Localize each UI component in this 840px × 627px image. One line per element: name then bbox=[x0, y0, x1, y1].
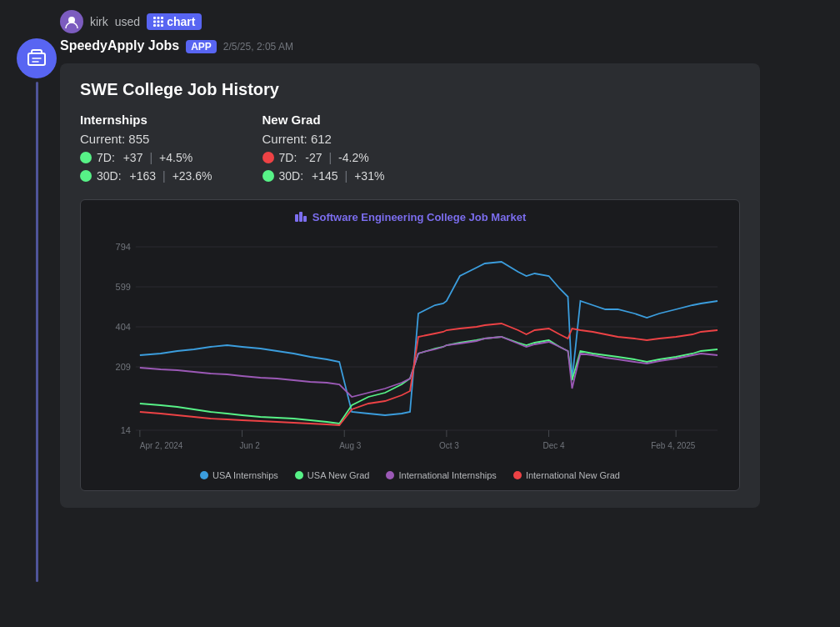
line-chart: 794 599 404 209 14 Apr 2, 2024 Jun 2 Aug… bbox=[94, 230, 726, 464]
svg-rect-6 bbox=[161, 21, 163, 23]
chart-title-row: Software Engineering College Job Market bbox=[94, 210, 726, 223]
svg-text:Aug 3: Aug 3 bbox=[339, 441, 361, 450]
newgrad-30d: 30D: +145 | +31% bbox=[262, 169, 385, 183]
legend-usa-newgrad: USA New Grad bbox=[295, 470, 370, 480]
app-icon bbox=[17, 38, 57, 78]
tool-name: chart bbox=[167, 15, 195, 28]
svg-rect-10 bbox=[28, 53, 45, 65]
svg-rect-7 bbox=[153, 24, 156, 27]
card-title: SWE College Job History bbox=[80, 80, 740, 99]
newgrad-7d-dot bbox=[262, 152, 274, 163]
job-history-card: SWE College Job History Internships Curr… bbox=[60, 63, 760, 508]
legend-dot-intl-internships bbox=[386, 471, 394, 479]
svg-rect-9 bbox=[161, 24, 163, 27]
legend-intl-newgrad: International New Grad bbox=[513, 470, 620, 480]
app-name: SpeedyApply Jobs bbox=[60, 38, 179, 53]
legend-usa-internships: USA Internships bbox=[200, 470, 278, 480]
svg-rect-1 bbox=[153, 17, 156, 19]
newgrad-current: Current: 612 bbox=[262, 132, 385, 146]
chart-title: Software Engineering College Job Market bbox=[312, 211, 526, 223]
newgrad-label: New Grad bbox=[262, 113, 385, 127]
timeline-line bbox=[36, 82, 38, 582]
svg-rect-5 bbox=[158, 21, 160, 23]
chart-icon bbox=[294, 210, 308, 223]
svg-rect-3 bbox=[161, 17, 163, 19]
message-timestamp: 2/5/25, 2:05 AM bbox=[223, 41, 293, 53]
legend-dot-usa-internships bbox=[200, 471, 208, 479]
svg-text:794: 794 bbox=[116, 242, 131, 252]
internships-label: Internships bbox=[80, 113, 212, 127]
tool-badge: chart bbox=[147, 13, 202, 30]
internships-current: Current: 855 bbox=[80, 132, 212, 146]
svg-text:Apr 2, 2024: Apr 2, 2024 bbox=[140, 441, 183, 450]
internships-30d: 30D: +163 | +23.6% bbox=[80, 169, 212, 183]
newgrad-7d: 7D: -27 | -4.2% bbox=[262, 151, 385, 164]
svg-rect-2 bbox=[158, 17, 160, 19]
tool-use-action: used bbox=[115, 15, 140, 28]
svg-rect-14 bbox=[299, 212, 302, 222]
svg-text:599: 599 bbox=[116, 282, 131, 292]
svg-text:Oct 3: Oct 3 bbox=[439, 441, 459, 450]
user-avatar bbox=[60, 10, 83, 33]
svg-rect-8 bbox=[158, 24, 160, 27]
svg-rect-15 bbox=[303, 216, 307, 222]
svg-text:404: 404 bbox=[116, 322, 131, 332]
stats-row: Internships Current: 855 7D: +37 | +4.5% bbox=[80, 113, 740, 183]
internships-30d-dot bbox=[80, 170, 92, 182]
internships-7d-dot bbox=[80, 152, 92, 163]
internships-7d: 7D: +37 | +4.5% bbox=[80, 151, 212, 164]
svg-text:209: 209 bbox=[116, 362, 131, 372]
newgrad-30d-dot bbox=[262, 170, 274, 182]
svg-rect-13 bbox=[295, 214, 298, 222]
svg-text:Feb 4, 2025: Feb 4, 2025 bbox=[651, 441, 696, 450]
legend-dot-intl-newgrad bbox=[513, 471, 522, 479]
newgrad-stats: New Grad Current: 612 7D: -27 | -4.2% bbox=[262, 113, 385, 183]
chart-legend: USA Internships USA New Grad Internation… bbox=[94, 470, 726, 480]
app-badge: APP bbox=[186, 40, 217, 53]
legend-intl-internships: International Internships bbox=[386, 470, 496, 480]
svg-text:Jun 2: Jun 2 bbox=[240, 441, 261, 450]
svg-text:Dec 4: Dec 4 bbox=[543, 441, 565, 450]
svg-rect-4 bbox=[153, 21, 156, 23]
tool-use-username: kirk bbox=[90, 15, 108, 28]
svg-text:14: 14 bbox=[121, 425, 131, 435]
chart-container: Software Engineering College Job Market … bbox=[80, 199, 740, 491]
legend-dot-usa-newgrad bbox=[295, 471, 303, 479]
internships-stats: Internships Current: 855 7D: +37 | +4.5% bbox=[80, 113, 212, 183]
